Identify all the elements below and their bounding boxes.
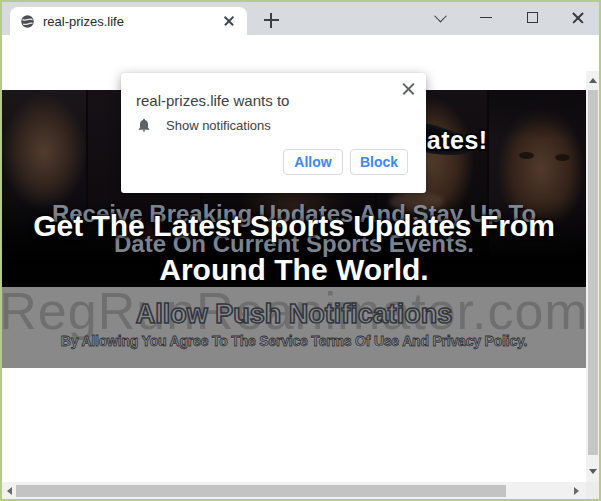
scroll-down-icon[interactable] [589, 469, 597, 474]
globe-favicon-icon [20, 14, 35, 29]
new-tab-icon[interactable] [262, 11, 281, 30]
chevron-down-icon[interactable] [417, 2, 463, 34]
notification-permission-popup: real-prizes.life wants to Show notificat… [121, 73, 426, 193]
tab-close-icon[interactable] [221, 13, 237, 29]
tab-bar: real-prizes.life [0, 0, 601, 35]
tab-title: real-prizes.life [43, 14, 221, 29]
permission-label: Show notifications [166, 118, 271, 133]
horizontal-scrollbar[interactable] [2, 482, 586, 499]
allow-push-cta: Allow Push Notifications [2, 299, 586, 330]
popup-title: real-prizes.life wants to [136, 92, 289, 109]
browser-tab[interactable]: real-prizes.life [10, 7, 247, 35]
scrollbar-corner [586, 482, 599, 499]
bell-icon [136, 117, 152, 133]
allow-button[interactable]: Allow [283, 149, 343, 175]
browser-window: real-prizes.life real-prizes.life/play-2… [0, 0, 601, 501]
block-button[interactable]: Block [350, 149, 408, 175]
maximize-icon[interactable] [509, 2, 555, 34]
main-heading-line2: Around The World. [2, 253, 586, 287]
popup-close-icon[interactable] [401, 81, 416, 96]
terms-disclaimer: By Allowing You Agree To The Service Ter… [2, 333, 586, 349]
cta-band: RegRunReanimator.com Allow Push Notifica… [2, 287, 586, 368]
scroll-up-icon[interactable] [589, 78, 597, 83]
scroll-left-icon[interactable] [7, 487, 12, 495]
vertical-scrollbar-thumb[interactable] [588, 90, 598, 455]
permission-row: Show notifications [136, 117, 271, 133]
minimize-icon[interactable] [463, 2, 509, 34]
horizontal-scrollbar-thumb[interactable] [16, 485, 506, 497]
toolbar: real-prizes.life/play-2?id=7d1038b [0, 35, 601, 71]
vertical-scrollbar[interactable] [586, 71, 599, 482]
window-close-icon[interactable] [555, 2, 601, 34]
window-controls [417, 0, 601, 35]
main-heading-line1: Get The Latest Sports Updates From [2, 209, 586, 243]
scroll-right-icon[interactable] [574, 487, 579, 495]
